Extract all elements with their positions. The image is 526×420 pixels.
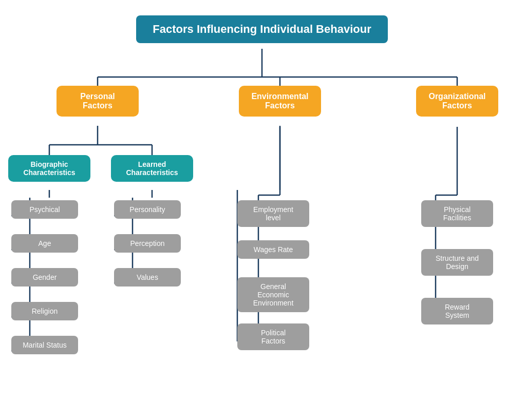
personal-factors-node: PersonalFactors — [57, 86, 139, 117]
employment-level-node: Employmentlevel — [237, 200, 309, 227]
environmental-factors-node: EnvironmentalFactors — [239, 86, 321, 117]
political-factors-node: PoliticalFactors — [237, 323, 309, 350]
organizational-factors-node: OrganizationalFactors — [416, 86, 498, 117]
perception-node: Perception — [114, 234, 181, 253]
physical-facilities-node: PhysicalFacilities — [421, 200, 493, 227]
religion-node: Religion — [11, 302, 78, 320]
structure-design-node: Structure andDesign — [421, 249, 493, 276]
values-node: Values — [114, 268, 181, 287]
economic-environment-node: GeneralEconomicEnvironment — [237, 277, 309, 312]
psychical-node: Psychical — [11, 200, 78, 219]
root-node: Factors Influencing Individual Behaviour — [136, 15, 388, 43]
marital-status-node: Marital Status — [11, 336, 78, 354]
wages-rate-node: Wages Rate — [237, 240, 309, 259]
gender-node: Gender — [11, 268, 78, 287]
personality-node: Personality — [114, 200, 181, 219]
learned-characteristics-node: LearnedCharacteristics — [111, 155, 193, 182]
reward-system-node: RewardSystem — [421, 298, 493, 324]
biographic-characteristics-node: BiographicCharacteristics — [8, 155, 90, 182]
age-node: Age — [11, 234, 78, 253]
